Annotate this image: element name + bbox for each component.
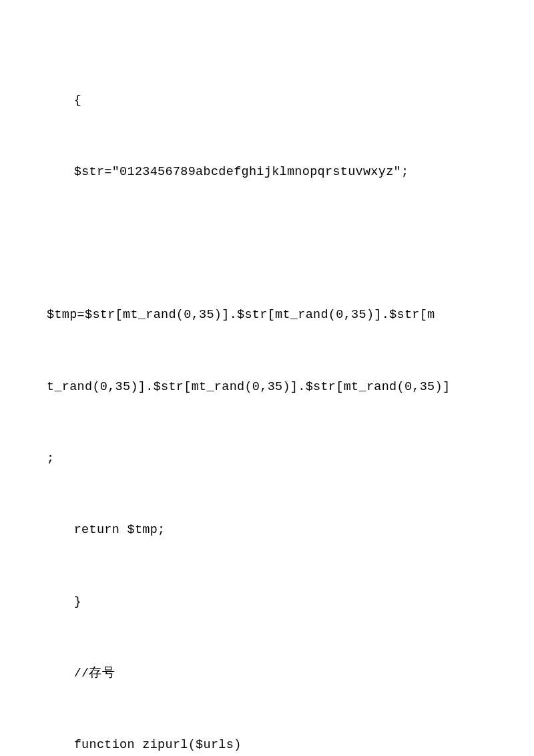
code-line: ; (47, 441, 487, 477)
document-page: { $str="0123456789abcdefghijklmnopqrstuv… (0, 0, 534, 756)
code-line-comment: //存号 (47, 656, 487, 692)
code-line: } (47, 584, 487, 620)
code-line: $str="0123456789abcdefghijklmnopqrstuvwx… (47, 154, 487, 190)
code-line: return $tmp; (47, 512, 487, 548)
code-line: $tmp=$str[mt_rand(0,35)].$str[mt_rand(0,… (47, 297, 487, 333)
code-line: function zipurl($urls) (47, 727, 487, 756)
code-block: { $str="0123456789abcdefghijklmnopqrstuv… (47, 47, 487, 756)
code-line-blank (47, 226, 487, 262)
code-line: t_rand(0,35)].$str[mt_rand(0,35)].$str[m… (47, 369, 487, 405)
code-line: { (47, 83, 487, 119)
